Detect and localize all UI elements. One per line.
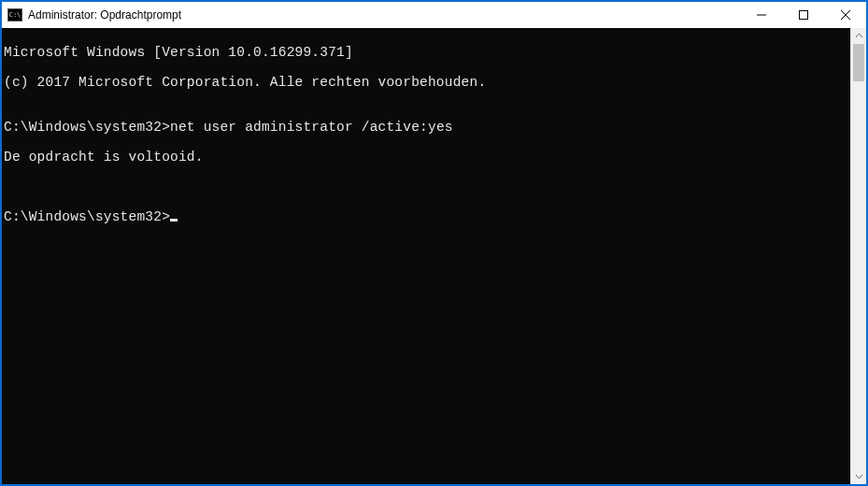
cmd-app-icon-glyph: C:\: [9, 12, 21, 19]
scrollbar-track[interactable]: [851, 44, 866, 468]
terminal-command: net user administrator /active:yes: [170, 120, 453, 135]
svg-rect-0: [799, 11, 807, 20]
terminal-prompt: C:\Windows\system32>: [4, 209, 170, 224]
terminal-line: (c) 2017 Microsoft Corporation. Alle rec…: [2, 75, 850, 90]
client-area: Microsoft Windows [Version 10.0.16299.37…: [2, 28, 866, 484]
chevron-down-icon: [855, 472, 863, 480]
window-title: Administrator: Opdrachtprompt: [28, 8, 181, 21]
chevron-up-icon: [855, 32, 863, 40]
terminal-line: De opdracht is voltooid.: [2, 150, 850, 164]
close-button[interactable]: [824, 2, 866, 28]
command-prompt-window: C:\ Administrator: Opdrachtprompt Micros…: [0, 0, 868, 486]
terminal-line: C:\Windows\system32>net user administrat…: [2, 120, 850, 135]
titlebar[interactable]: C:\ Administrator: Opdrachtprompt: [2, 2, 866, 28]
scrollbar-thumb[interactable]: [853, 44, 864, 81]
maximize-button[interactable]: [782, 2, 824, 28]
scroll-down-button[interactable]: [851, 468, 866, 484]
cmd-app-icon: C:\: [7, 8, 22, 21]
terminal-line: Microsoft Windows [Version 10.0.16299.37…: [2, 45, 850, 60]
terminal-line: C:\Windows\system32>: [2, 209, 850, 224]
terminal-prompt: C:\Windows\system32>: [4, 120, 170, 135]
terminal-output[interactable]: Microsoft Windows [Version 10.0.16299.37…: [2, 28, 850, 484]
scroll-up-button[interactable]: [851, 28, 866, 44]
window-controls: [740, 2, 866, 28]
terminal-cursor: [170, 219, 178, 222]
titlebar-left: C:\ Administrator: Opdrachtprompt: [7, 8, 181, 21]
minimize-button[interactable]: [740, 2, 782, 28]
vertical-scrollbar[interactable]: [850, 28, 866, 484]
